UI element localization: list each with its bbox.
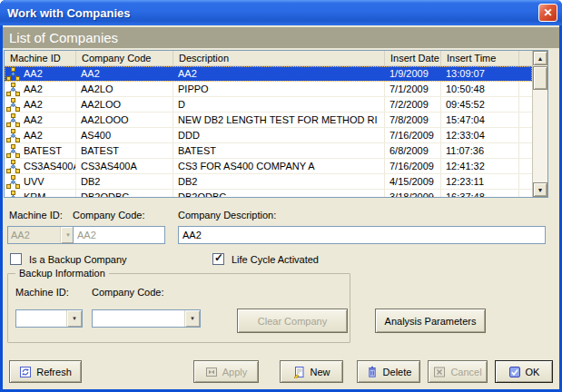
cell-insert-time: 15:47:04 (441, 113, 519, 127)
dropdown-icon: ▼ (72, 316, 77, 321)
table-body: AA2AA2AA21/9/200913:09:07AA2AA2LOPIPPO7/… (5, 66, 532, 197)
table-row[interactable]: AA2AS400DDD7/16/200912:33:04 (5, 128, 532, 143)
life-cycle-activated-checkrow: ✓ Life Cycle Activated (212, 253, 319, 265)
titlebar[interactable]: Work with Companies ✕ (0, 0, 562, 25)
scroll-down-button[interactable]: ▼ (533, 182, 547, 197)
cell-filler (519, 82, 532, 96)
company-code-input (73, 226, 165, 244)
life-cycle-activated-checkbox[interactable]: ✓ (212, 253, 224, 265)
table-row[interactable]: UVVDB2DB24/15/200912:23:11 (5, 174, 532, 190)
backup-company-code-combo[interactable]: ▼ (92, 309, 201, 328)
cell-machine-id: KRM (5, 190, 76, 197)
company-node-icon (6, 160, 20, 173)
table-row[interactable]: CS3AS400ACS3AS400ACS3 FOR AS400 COMPANY … (5, 159, 532, 174)
scroll-down-icon: ▼ (537, 187, 544, 193)
new-button[interactable]: New (280, 360, 343, 383)
machine-id-combo: AA2 ▼ (7, 226, 76, 244)
cell-insert-date: 4/15/2009 (385, 174, 441, 189)
cell-insert-date: 1/9/2009 (385, 66, 441, 81)
new-label: New (310, 367, 330, 377)
column-header-description[interactable]: Description (173, 51, 385, 65)
trash-icon (366, 366, 379, 378)
company-node-icon (6, 98, 20, 112)
cell-company-code: DB2ODBC (76, 190, 173, 197)
cell-description: DDD (173, 128, 385, 142)
cell-description: DB2ODBC (173, 190, 385, 197)
table-row[interactable]: BATESTBATESTBATEST6/8/200911:07:36 (5, 143, 532, 159)
cell-filler (519, 143, 532, 158)
table-vertical-scrollbar[interactable]: ▲ ▼ (532, 51, 547, 197)
cell-company-code: AS400 (76, 128, 173, 142)
machine-id-combo-value: AA2 (8, 227, 60, 243)
scroll-thumb[interactable] (533, 66, 547, 90)
table-row[interactable]: AA2AA2LOPIPPO7/1/200910:50:48 (5, 82, 532, 97)
cancel-button: Cancel (428, 360, 488, 383)
close-button[interactable]: ✕ (538, 4, 557, 22)
cancel-icon (433, 366, 446, 378)
cell-filler (519, 113, 532, 127)
cell-machine-id: AA2 (5, 128, 76, 142)
backup-machine-id-dropdown[interactable]: ▼ (66, 310, 82, 327)
column-header-insert-time[interactable]: Insert Time (441, 51, 519, 65)
backup-company-code-label: Company Code: (92, 287, 164, 298)
cell-description: CS3 FOR AS400 COMPANY A (173, 159, 385, 173)
cell-company-code: AA2LOO (76, 97, 173, 112)
column-header-machine-id[interactable]: Machine ID (5, 51, 76, 65)
cell-description: BATEST (173, 143, 385, 158)
work-with-companies-dialog: Work with Companies ✕ List of Companies … (0, 0, 562, 392)
cell-machine-id: BATEST (5, 143, 76, 158)
life-cycle-activated-label: Life Cycle Activated (232, 254, 319, 265)
close-icon: ✕ (543, 7, 552, 18)
apply-label: Apply (222, 367, 248, 377)
analysis-parameters-label: Analysis Parameters (385, 316, 477, 327)
backup-machine-id-combo-value (16, 310, 66, 327)
refresh-button[interactable]: Refresh (9, 360, 82, 383)
cell-company-code: AA2 (76, 66, 173, 81)
cell-machine-id: AA2 (5, 113, 76, 127)
apply-icon (205, 366, 218, 378)
cell-insert-time: 12:23:11 (441, 174, 519, 189)
cell-insert-date: 7/16/2009 (385, 159, 441, 173)
table-row[interactable]: AA2AA2AA21/9/200913:09:07 (5, 66, 532, 82)
is-backup-company-checkbox[interactable]: ✓ (10, 253, 22, 265)
checkmark-icon: ✓ (214, 251, 223, 264)
dialog-client-area: List of Companies Machine ID Company Cod… (3, 25, 559, 389)
company-node-icon (6, 191, 20, 198)
list-of-companies-header: List of Companies (3, 27, 559, 48)
table-header-row: Machine ID Company Code Description Inse… (5, 51, 532, 66)
table-row[interactable]: KRMDB2ODBCDB2ODBC3/18/200916:37:48 (5, 190, 532, 197)
analysis-parameters-button[interactable]: Analysis Parameters (375, 309, 486, 333)
cell-insert-time: 11:07:36 (441, 143, 519, 158)
company-description-input[interactable] (178, 226, 546, 244)
refresh-icon (19, 366, 32, 378)
column-header-insert-date[interactable]: Insert Date (385, 51, 441, 65)
cell-description: PIPPO (173, 82, 385, 96)
company-code-label: Company Code: (73, 210, 145, 220)
cell-insert-date: 3/18/2009 (385, 190, 441, 197)
column-header-company-code[interactable]: Company Code (76, 51, 173, 65)
cell-insert-time: 12:33:04 (441, 128, 519, 142)
table-row[interactable]: AA2AA2LOOD7/2/200909:45:52 (5, 97, 532, 113)
backup-company-code-dropdown[interactable]: ▼ (184, 310, 200, 327)
cell-description: NEW DB2 LENGTH TEST FOR METHOD RI (173, 113, 385, 127)
backup-machine-id-combo[interactable]: ▼ (15, 309, 83, 328)
cell-filler (519, 190, 532, 197)
cell-filler (519, 174, 532, 189)
ok-button[interactable]: OK (495, 360, 553, 383)
is-backup-company-label: Is a Backup Company (29, 254, 127, 265)
cell-filler (519, 66, 532, 81)
cell-insert-time: 10:50:48 (441, 82, 519, 96)
delete-button[interactable]: Delete (357, 360, 420, 383)
company-node-icon (6, 129, 20, 142)
cell-filler (519, 97, 532, 112)
company-node-icon (6, 67, 20, 81)
cell-insert-date: 7/1/2009 (385, 82, 441, 96)
machine-id-label: Machine ID: (9, 210, 63, 220)
cell-description: DB2 (173, 174, 385, 189)
cell-company-code: CS3AS400A (76, 159, 173, 173)
scroll-up-button[interactable]: ▲ (533, 51, 547, 65)
company-node-icon (6, 144, 20, 158)
cancel-label: Cancel (450, 367, 481, 377)
cell-machine-id: AA2 (5, 82, 76, 96)
table-row[interactable]: AA2AA2LOOONEW DB2 LENGTH TEST FOR METHOD… (5, 113, 532, 128)
